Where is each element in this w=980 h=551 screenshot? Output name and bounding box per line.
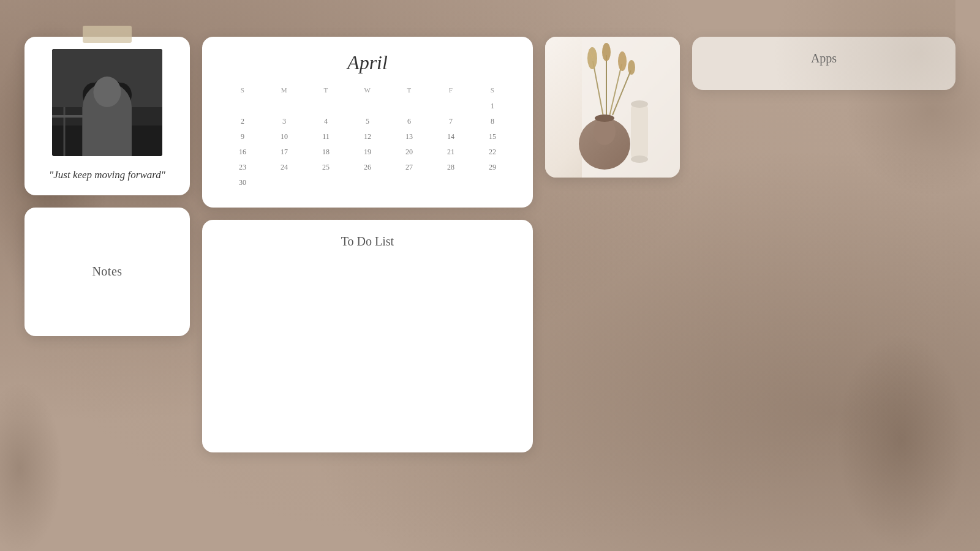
calendar-week-row: 1: [222, 99, 513, 114]
svg-rect-13: [108, 108, 117, 114]
svg-point-23: [602, 43, 611, 61]
svg-point-25: [628, 60, 635, 75]
calendar-day[interactable]: 27: [388, 160, 430, 175]
calendar-day[interactable]: 22: [472, 144, 513, 160]
day-header-s2: S: [472, 84, 513, 99]
calendar-day[interactable]: 29: [472, 160, 513, 175]
calendar-week-row: 9101112131415: [222, 129, 513, 144]
calendar-body: 1234567891011121314151617181920212223242…: [222, 99, 513, 190]
day-header-t1: T: [305, 84, 347, 99]
svg-rect-31: [631, 104, 648, 159]
day-header-s1: S: [222, 84, 263, 99]
calendar-header-row: S M T W T F S: [222, 84, 513, 99]
svg-point-32: [631, 100, 648, 108]
calendar-day[interactable]: 15: [472, 129, 513, 144]
calendar-day[interactable]: 26: [347, 160, 388, 175]
svg-point-29: [594, 118, 616, 145]
calendar-day[interactable]: 23: [222, 160, 263, 175]
tape-decoration: [83, 26, 132, 43]
notes-card[interactable]: Notes: [24, 208, 190, 336]
photo-frame: [52, 49, 162, 156]
calendar-day: [222, 99, 263, 114]
vase-svg: [545, 37, 680, 178]
calendar-week-row: 23242526272829: [222, 160, 513, 175]
photo-svg: [52, 49, 162, 156]
calendar-grid: S M T W T F S 12345678910111213141516171…: [222, 84, 513, 190]
apps-card: Apps: [692, 37, 956, 90]
calendar-day: [388, 175, 430, 190]
day-header-w: W: [347, 84, 388, 99]
day-header-f: F: [430, 84, 472, 99]
calendar-day[interactable]: 16: [222, 144, 263, 160]
calendar-day[interactable]: 30: [222, 175, 263, 190]
apps-title: Apps: [811, 51, 837, 66]
calendar-day[interactable]: 5: [347, 114, 388, 129]
calendar-day[interactable]: 12: [347, 129, 388, 144]
svg-point-11: [94, 95, 121, 126]
svg-point-24: [618, 51, 627, 71]
apps-column: Apps: [692, 37, 956, 90]
calendar-day[interactable]: 20: [388, 144, 430, 160]
calendar-day[interactable]: 7: [430, 114, 472, 129]
svg-point-30: [595, 114, 614, 122]
svg-rect-1: [52, 49, 162, 110]
calendar-day[interactable]: 8: [472, 114, 513, 129]
calendar-day[interactable]: 14: [430, 129, 472, 144]
desktop: "Just keep moving forward" Notes April S…: [0, 0, 980, 551]
calendar-day[interactable]: 19: [347, 144, 388, 160]
calendar-day[interactable]: 11: [305, 129, 347, 144]
calendar-day: [263, 175, 305, 190]
svg-point-7: [86, 129, 129, 156]
calendar-week-row: 30: [222, 175, 513, 190]
calendar-day[interactable]: 2: [222, 114, 263, 129]
calendar-day[interactable]: 25: [305, 160, 347, 175]
calendar-day: [305, 175, 347, 190]
calendar-day: [430, 175, 472, 190]
calendar-day: [305, 99, 347, 114]
calendar-day: [347, 99, 388, 114]
calendar-week-row: 16171819202122: [222, 144, 513, 160]
calendar-day[interactable]: 10: [263, 129, 305, 144]
svg-rect-12: [96, 108, 105, 114]
calendar-day[interactable]: 21: [430, 144, 472, 160]
photo-quote-card: "Just keep moving forward": [24, 37, 190, 195]
calendar-day[interactable]: 4: [305, 114, 347, 129]
calendar-day: [430, 99, 472, 114]
calendar-day: [347, 175, 388, 190]
calendar-day[interactable]: 17: [263, 144, 305, 160]
calendar-day[interactable]: 13: [388, 129, 430, 144]
vase-photo-widget: [545, 37, 680, 178]
svg-point-15: [84, 124, 130, 156]
vase-background: [545, 37, 680, 178]
calendar-day: [263, 99, 305, 114]
svg-point-33: [631, 156, 648, 163]
calendar-day[interactable]: 28: [430, 160, 472, 175]
calendar-day[interactable]: 24: [263, 160, 305, 175]
calendar-day[interactable]: 1: [472, 99, 513, 114]
left-column: "Just keep moving forward" Notes: [24, 37, 190, 336]
todo-title: To Do List: [217, 234, 518, 249]
calendar-day: [388, 99, 430, 114]
person-photo: [52, 49, 162, 156]
calendar-day[interactable]: 18: [305, 144, 347, 160]
quote-text: "Just keep moving forward": [49, 167, 165, 183]
calendar-week-row: 2345678: [222, 114, 513, 129]
todo-card[interactable]: To Do List: [202, 220, 533, 452]
calendar-card: April S M T W T F S 12345678910111213141…: [202, 37, 533, 208]
calendar-day[interactable]: 9: [222, 129, 263, 144]
calendar-day[interactable]: 6: [388, 114, 430, 129]
notes-title: Notes: [92, 264, 122, 279]
photo-widget-column: [545, 37, 680, 178]
day-header-m: M: [263, 84, 305, 99]
svg-point-9: [83, 83, 105, 107]
svg-point-10: [110, 83, 132, 107]
calendar-day: [472, 175, 513, 190]
middle-column: April S M T W T F S 12345678910111213141…: [202, 37, 533, 452]
day-header-t2: T: [388, 84, 430, 99]
calendar-day[interactable]: 3: [263, 114, 305, 129]
calendar-month: April: [222, 51, 513, 74]
